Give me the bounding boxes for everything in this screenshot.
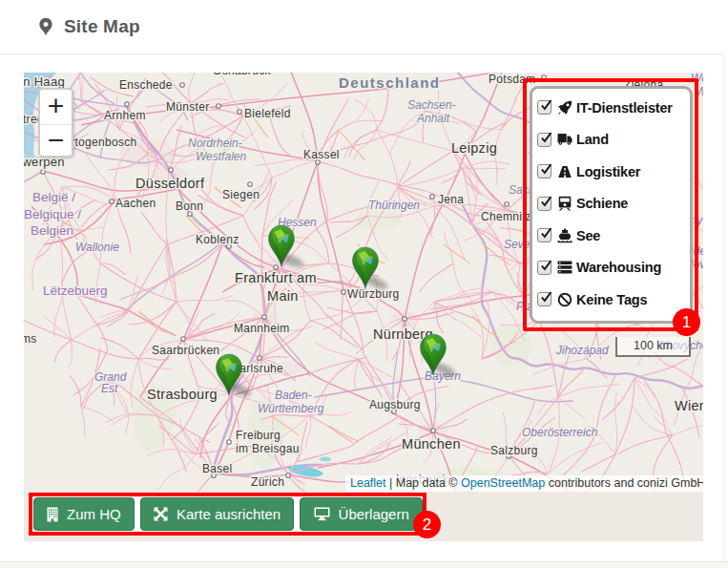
svg-text:Main: Main xyxy=(267,288,299,304)
svg-text:Strasbourg: Strasbourg xyxy=(147,387,218,402)
svg-text:Zürich: Zürich xyxy=(251,475,284,489)
svg-text:Wallonie: Wallonie xyxy=(75,241,119,254)
svg-text:Den Haag: Den Haag xyxy=(24,74,65,89)
svg-text:Frankfurt am: Frankfurt am xyxy=(235,270,317,285)
svg-text:Baden-: Baden- xyxy=(275,389,312,402)
svg-text:Koblenz: Koblenz xyxy=(196,233,239,246)
svg-text:München: München xyxy=(402,436,461,452)
svg-text:Westfalen: Westfalen xyxy=(196,150,246,163)
svg-text:Thüringen: Thüringen xyxy=(368,199,420,212)
svg-text:Nordrhein-: Nordrhein- xyxy=(188,137,242,150)
svg-text:Kassel: Kassel xyxy=(303,148,340,161)
svg-text:België /: België / xyxy=(32,190,75,204)
svg-text:Düsseldorf: Düsseldorf xyxy=(135,176,205,191)
svg-text:Freiburg: Freiburg xyxy=(236,429,281,442)
svg-text:Augsburg: Augsburg xyxy=(369,398,421,411)
svg-text:Siegen: Siegen xyxy=(222,188,260,201)
svg-text:Arnhem: Arnhem xyxy=(104,109,146,122)
svg-text:Sachsen-: Sachsen- xyxy=(407,98,456,112)
svg-text:Mannheim: Mannheim xyxy=(234,322,289,335)
svg-text:Deutschland: Deutschland xyxy=(339,74,441,91)
svg-text:Württemberg: Württemberg xyxy=(258,402,324,415)
svg-text:Saarbrücken: Saarbrücken xyxy=(152,344,219,357)
svg-text:Osnabrück: Osnabrück xyxy=(213,73,271,77)
svg-text:Lëtzebuerg: Lëtzebuerg xyxy=(43,284,108,298)
svg-text:Reims: Reims xyxy=(24,332,37,346)
svg-text:im Breisgau: im Breisgau xyxy=(236,442,300,455)
svg-text:Oberösterreich: Oberösterreich xyxy=(522,426,598,439)
svg-text:Leipzig: Leipzig xyxy=(451,140,497,156)
svg-text:Belgique /: Belgique / xyxy=(24,207,81,221)
svg-text:Münster: Münster xyxy=(166,100,209,114)
svg-text:Enschede: Enschede xyxy=(119,78,173,92)
svg-text:Jena: Jena xyxy=(438,193,464,206)
svg-text:Anhalt: Anhalt xyxy=(416,112,450,125)
svg-text:Jihozápad: Jihozápad xyxy=(555,344,609,357)
svg-text:Salzburg: Salzburg xyxy=(490,444,538,457)
svg-text:Bielefeld: Bielefeld xyxy=(244,107,291,120)
svg-text:Wien: Wien xyxy=(675,398,703,413)
svg-text:Belgien: Belgien xyxy=(31,223,73,238)
svg-text:Bonn: Bonn xyxy=(176,200,203,213)
svg-text:Basel: Basel xyxy=(202,462,233,475)
svg-text:Würzburg: Würzburg xyxy=(347,287,399,301)
svg-text:Aachen: Aachen xyxy=(115,197,156,210)
svg-text:Est: Est xyxy=(101,382,118,395)
